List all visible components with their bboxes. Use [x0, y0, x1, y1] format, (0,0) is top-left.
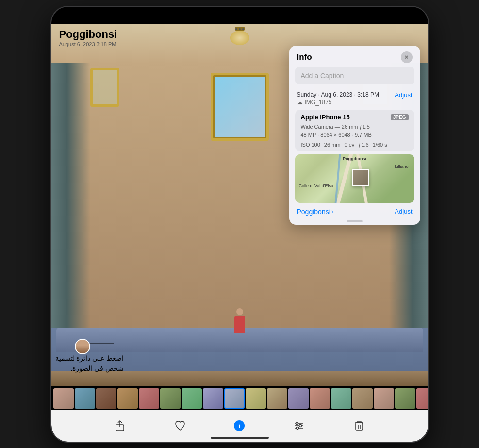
thumb-11[interactable] — [267, 388, 287, 409]
adjust-button[interactable] — [289, 416, 309, 435]
thumb-17[interactable] — [395, 388, 415, 409]
share-button[interactable] — [110, 416, 130, 435]
person-figure — [232, 308, 247, 337]
date-adjust-button[interactable]: Adjust — [395, 91, 412, 99]
thumb-5[interactable] — [139, 388, 159, 409]
camera-resolution: 48 MP · 8064 × 6048 · 9.7 MB — [301, 131, 409, 140]
face-circle[interactable] — [75, 339, 90, 354]
wifi-icon — [377, 13, 385, 18]
dot3 — [242, 28, 244, 30]
three-dots-menu[interactable] — [231, 24, 248, 34]
sliders-icon — [293, 420, 305, 431]
spec-iso: ISO 100 — [301, 142, 320, 148]
info-button[interactable]: i — [230, 416, 248, 435]
annotation-connector — [89, 336, 118, 350]
camera-model: Apple iPhone 15 — [301, 114, 350, 121]
map-label-colle: Colle di Val d'Elsa — [299, 183, 334, 189]
thumb-18[interactable] — [416, 388, 428, 409]
svg-point-8 — [297, 427, 299, 430]
battery-icon — [406, 13, 416, 18]
camera-info-box: Apple iPhone 15 JPEG Wide Camera — 26 mm… — [295, 110, 414, 151]
location-name-text: Poggibonsi — [297, 208, 330, 216]
thumb-13[interactable] — [310, 388, 330, 409]
thumb-2[interactable] — [75, 388, 95, 409]
map-container[interactable]: Colle di Val d'Elsa Lilliano Poggibonsi — [295, 154, 414, 203]
favorite-button[interactable] — [170, 416, 190, 435]
face-inner-bg — [76, 340, 89, 353]
thumb-15[interactable] — [352, 388, 373, 409]
info-close-button[interactable]: × — [401, 51, 413, 63]
cloud-icon: ☁ — [297, 99, 303, 106]
status-right-icons: 100% — [377, 12, 416, 19]
thumb-6[interactable] — [160, 388, 181, 409]
person-head — [236, 308, 243, 315]
camera-lens: Wide Camera — 26 mm ƒ1.5 — [301, 123, 409, 132]
dot1 — [235, 28, 237, 30]
delete-button[interactable] — [349, 416, 369, 435]
info-date-row: Sunday · Aug 6, 2023 · 3:18 PM ☁ IMG_187… — [289, 88, 420, 108]
camera-specs-row: ISO 100 26 mm 0 ev ƒ1.6 1/60 s — [301, 142, 409, 148]
location-chevron-icon: › — [331, 208, 333, 215]
thumb-3[interactable] — [96, 388, 116, 409]
spec-aperture: ƒ1.6 — [358, 142, 368, 148]
thumb-selected[interactable] — [224, 388, 245, 409]
close-x-icon: × — [405, 54, 409, 60]
location-name[interactable]: Poggibonsi › — [297, 208, 333, 216]
svg-point-6 — [296, 422, 298, 425]
thumb-1[interactable] — [53, 388, 74, 409]
svg-rect-9 — [356, 423, 363, 430]
svg-point-7 — [299, 425, 302, 427]
dot2 — [239, 28, 241, 30]
home-indicator — [211, 437, 269, 439]
thumb-16[interactable] — [374, 388, 394, 409]
status-bar: 9:41 AM Mon Jun 10 100% — [51, 7, 428, 24]
caption-placeholder: Add a Caption — [301, 72, 344, 80]
thumb-4[interactable] — [117, 388, 138, 409]
annotation-line1: اضغط على دائرة لتسمية — [55, 353, 124, 364]
info-circle-icon: i — [234, 420, 245, 431]
info-panel-title: Info — [297, 52, 312, 62]
location-row: Poggibonsi › Adjust — [289, 205, 420, 218]
mirror-frame — [211, 73, 269, 141]
ipad-frame: 9:41 AM Mon Jun 10 100% — [50, 6, 429, 443]
scroll-bar — [347, 220, 363, 222]
location-adjust-button[interactable]: Adjust — [395, 208, 412, 215]
person-body — [234, 316, 245, 333]
spec-ev: 0 ev — [344, 142, 354, 148]
info-filename-row: ☁ IMG_1875 — [297, 99, 379, 106]
info-filename: IMG_1875 — [305, 99, 332, 106]
spec-shutter: 1/60 s — [373, 142, 387, 148]
format-badge: JPEG — [391, 114, 409, 120]
map-pin-photo-bg — [353, 170, 368, 185]
svg-point-0 — [380, 17, 381, 18]
status-time: 9:41 AM Mon Jun 10 — [63, 12, 119, 19]
annotation-line2: شخص في الصورة. — [55, 364, 124, 374]
scroll-indicator — [289, 218, 420, 225]
thumb-12[interactable] — [288, 388, 309, 409]
map-pin — [352, 169, 369, 186]
share-icon — [114, 420, 126, 431]
info-panel-header: Info × — [289, 46, 420, 67]
spec-focal: 26 mm — [324, 142, 341, 148]
thumb-10[interactable] — [246, 388, 266, 409]
thumb-7[interactable] — [182, 388, 202, 409]
camera-model-row: Apple iPhone 15 JPEG — [301, 114, 409, 121]
thumb-14[interactable] — [331, 388, 351, 409]
thumb-8[interactable] — [203, 388, 223, 409]
ipad-screen: 9:41 AM Mon Jun 10 100% — [51, 7, 428, 442]
left-frame — [90, 68, 119, 107]
thumbnail-strip — [51, 387, 428, 410]
map-label-lilliano: Lilliano — [395, 164, 408, 169]
trash-icon — [353, 420, 365, 431]
info-panel: Info × Add a Caption Sunday · Aug 6, 202… — [289, 46, 420, 225]
battery-label: 100% — [388, 12, 403, 19]
heart-icon — [174, 420, 186, 431]
annotation-text-box: اضغط على دائرة لتسمية شخص في الصورة. — [55, 353, 124, 374]
map-location-label: Poggibonsi — [343, 156, 366, 161]
caption-field[interactable]: Add a Caption — [295, 67, 414, 84]
info-date-text: Sunday · Aug 6, 2023 · 3:18 PM — [297, 91, 379, 98]
